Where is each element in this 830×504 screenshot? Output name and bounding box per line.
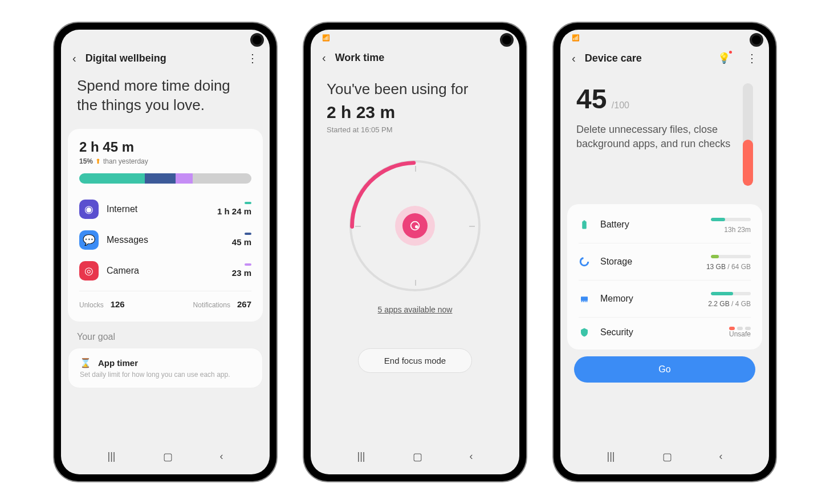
- usage-bar: [79, 173, 251, 184]
- score-value: 45: [576, 84, 607, 114]
- wifi-icon: 📶: [572, 34, 580, 42]
- header: ‹ Device care 💡 ⋮: [560, 46, 769, 67]
- nav-back-button[interactable]: ‹: [219, 450, 223, 463]
- svg-rect-3: [582, 221, 587, 229]
- page-title: Work time: [335, 52, 385, 64]
- usage-time: 2 h 23 m: [327, 103, 503, 122]
- phone-device-care: 📶 ‹ Device care 💡 ⋮ 45 /100 Delete unnec…: [554, 23, 776, 481]
- started-at: Started at 16:05 PM: [327, 125, 503, 134]
- notifications-value: 267: [237, 299, 251, 309]
- header: ‹ Work time: [311, 46, 519, 67]
- app-row-internet[interactable]: ◉Internet1 h 24 m: [79, 194, 251, 225]
- more-icon[interactable]: ⋮: [746, 51, 758, 65]
- score-section: 45 /100 Delete unnecessary files, close …: [560, 67, 769, 197]
- unlocks-label: Unlocks: [79, 301, 104, 309]
- metric-name: Security: [600, 327, 633, 338]
- metric-row-storage[interactable]: Storage13 GB / 64 GB: [579, 243, 751, 281]
- nav-bar: ||| ▢ ‹: [61, 444, 270, 470]
- metric-name: Battery: [600, 220, 629, 230]
- goal-title: App timer: [98, 358, 138, 368]
- more-icon[interactable]: ⋮: [247, 51, 258, 65]
- storage-icon: [579, 256, 590, 267]
- usage-card[interactable]: 2 h 45 m 15% ⬆ than yesterday ◉Internet1…: [68, 129, 263, 322]
- hero-section: You've been using for 2 h 23 m Started a…: [311, 67, 519, 137]
- total-screen-time: 2 h 45 m: [79, 139, 251, 155]
- notifications-label: Notifications: [193, 301, 230, 309]
- metric-value: Unsafe: [729, 330, 751, 338]
- metric-bar: [711, 292, 751, 295]
- score-max: /100: [612, 100, 629, 110]
- back-icon[interactable]: ‹: [572, 52, 576, 65]
- messages-app-icon: 💬: [79, 230, 99, 250]
- app-name: Messages: [107, 235, 148, 245]
- back-icon[interactable]: ‹: [322, 51, 326, 64]
- phone-work-time: 📶 ‹ Work time You've been using for 2 h …: [304, 23, 526, 481]
- score-description: Delete unnecessary files, close backgrou…: [576, 123, 731, 151]
- app-name: Camera: [107, 266, 139, 276]
- metric-value: 13 GB / 64 GB: [706, 263, 751, 271]
- app-name: Internet: [107, 204, 137, 214]
- security-icon: [579, 327, 590, 338]
- unlocks-value: 126: [111, 299, 125, 309]
- phone-digital-wellbeing: ‹ Digital wellbeing ⋮ Spend more time do…: [54, 23, 276, 481]
- tips-icon[interactable]: 💡: [718, 52, 730, 64]
- svg-rect-6: [581, 296, 588, 301]
- focus-clock: [349, 160, 481, 291]
- svg-point-0: [352, 163, 478, 289]
- metric-row-security[interactable]: SecurityUnsafe: [579, 318, 751, 347]
- status-bar: [61, 30, 270, 46]
- back-icon[interactable]: ‹: [72, 52, 76, 65]
- score-bar: [743, 83, 753, 186]
- hero-text: Spend more time doing the things you lov…: [77, 76, 254, 115]
- camera-hole: [750, 33, 763, 47]
- memory-icon: [579, 293, 590, 304]
- metrics-card: Battery13h 23mStorage13 GB / 64 GBMemory…: [567, 204, 762, 349]
- hourglass-icon: ⌛: [80, 357, 91, 368]
- header: ‹ Digital wellbeing ⋮: [61, 46, 270, 67]
- nav-bar: ||| ▢ ‹: [311, 444, 519, 470]
- available-apps-link[interactable]: 5 apps available now: [378, 305, 453, 314]
- recents-button[interactable]: |||: [357, 450, 365, 463]
- metric-row-battery[interactable]: Battery13h 23m: [579, 206, 751, 243]
- app-time: 45 m: [232, 237, 251, 247]
- stats-row: Unlocks 126 Notifications 267: [79, 291, 251, 311]
- metric-name: Memory: [600, 294, 633, 304]
- metric-value: 2.2 GB / 4 GB: [708, 300, 751, 308]
- app-row-messages[interactable]: 💬Messages45 m: [79, 225, 251, 255]
- home-button[interactable]: ▢: [413, 450, 422, 463]
- metric-row-memory[interactable]: Memory2.2 GB / 4 GB: [579, 281, 751, 318]
- metric-value: 13h 23m: [711, 226, 751, 234]
- hero-section: Spend more time doing the things you lov…: [61, 67, 270, 129]
- nav-back-button[interactable]: ‹: [719, 450, 722, 463]
- camera-hole: [250, 33, 264, 47]
- recents-button[interactable]: |||: [607, 450, 615, 463]
- metric-bar: [711, 255, 751, 258]
- up-arrow-icon: ⬆: [95, 157, 101, 165]
- app-time: 23 m: [232, 268, 251, 278]
- camera-app-icon: ◎: [79, 261, 99, 281]
- go-button[interactable]: Go: [574, 356, 755, 383]
- svg-rect-4: [584, 221, 585, 222]
- nav-back-button[interactable]: ‹: [469, 450, 473, 463]
- nav-bar: ||| ▢ ‹: [560, 444, 769, 470]
- goal-subtitle: Set daily limit for how long you can use…: [80, 371, 251, 379]
- status-bar: 📶: [311, 30, 519, 46]
- recents-button[interactable]: |||: [107, 450, 115, 463]
- wifi-icon: 📶: [322, 34, 330, 42]
- status-bar: 📶: [560, 30, 769, 46]
- home-button[interactable]: ▢: [662, 450, 672, 463]
- svg-point-5: [580, 258, 588, 266]
- page-title: Digital wellbeing: [86, 52, 166, 64]
- app-timer-card[interactable]: ⌛ App timer Set daily limit for how long…: [68, 348, 263, 388]
- compare-row: 15% ⬆ than yesterday: [79, 157, 251, 165]
- app-time: 1 h 24 m: [217, 206, 251, 216]
- page-title: Device care: [585, 52, 642, 64]
- battery-icon: [579, 219, 590, 230]
- metric-name: Storage: [600, 257, 632, 267]
- camera-hole: [500, 33, 514, 47]
- end-focus-button[interactable]: End focus mode: [358, 348, 472, 373]
- app-row-camera[interactable]: ◎Camera23 m: [79, 255, 251, 286]
- home-button[interactable]: ▢: [163, 450, 173, 463]
- goal-section-title: Your goal: [61, 322, 270, 348]
- metric-bar: [711, 218, 751, 221]
